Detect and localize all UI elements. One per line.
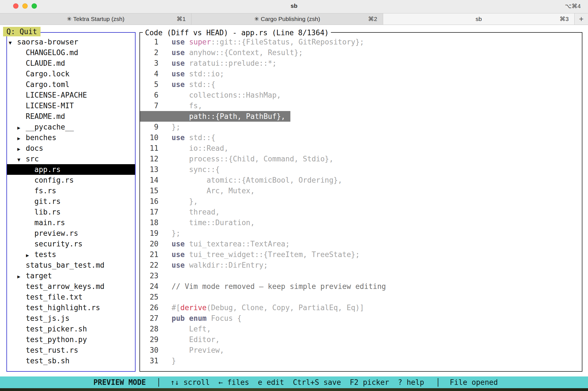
line-number: 24: [140, 281, 158, 292]
code-line: 16 },: [140, 196, 582, 207]
code-line: 2use anyhow::{Context, Result};: [140, 47, 582, 58]
tree-item-folder[interactable]: ▶target: [7, 270, 135, 281]
tree-item-file[interactable]: LICENSE-MIT: [7, 100, 135, 111]
line-number: 16: [140, 196, 158, 207]
code-line-highlighted: 8 path::{Path, PathBuf},: [140, 111, 582, 122]
tree-item-file[interactable]: CLAUDE.md: [7, 58, 135, 69]
folder-closed-icon: ▶: [17, 123, 26, 133]
tree-item-label: status_bar_test.md: [26, 261, 105, 269]
tab-shortcut: ⌘3: [559, 16, 569, 22]
tree-item-file[interactable]: Cargo.toml: [7, 79, 135, 90]
tree-item-file[interactable]: test_sb.sh: [7, 355, 135, 366]
tree-item-file[interactable]: README.md: [7, 111, 135, 122]
tree-item-file[interactable]: security.rs: [7, 239, 135, 249]
desktop-wallpaper-strip: [0, 388, 588, 391]
tree-item-file[interactable]: test_rust.rs: [7, 345, 135, 355]
tree-item-label: app.rs: [34, 165, 61, 174]
tree-item-file[interactable]: test_arrow_keys.md: [7, 281, 135, 292]
tree-item-label: CHANGELOG.md: [26, 48, 78, 57]
editor-panel[interactable]: Code (Diff vs HEAD) - app.rs (Line 8/136…: [139, 32, 582, 372]
tree-item-label: benches: [26, 133, 56, 142]
code-text: },: [172, 197, 198, 206]
tree-item-label: lib.rs: [34, 208, 61, 216]
tab-2[interactable]: ✳ Cargo Publishing (zsh)⌘2: [191, 13, 383, 25]
tree-item-folder[interactable]: ▶docs: [7, 143, 135, 154]
code-text: use std::{: [172, 80, 215, 89]
file-tree-panel[interactable]: ▼saorsa-browserCHANGELOG.mdCLAUDE.mdCarg…: [6, 32, 136, 372]
tab-1[interactable]: ✳ Tektra Startup (zsh)⌘1: [0, 13, 191, 25]
editor-title: Code (Diff vs HEAD) - app.rs (Line 8/136…: [143, 28, 331, 37]
tree-item-label: LICENSE-APACHE: [26, 91, 87, 99]
code-line: 27pub enum Focus {: [140, 313, 582, 324]
tab-shortcut: ⌘1: [177, 16, 186, 22]
tree-item-file[interactable]: CHANGELOG.md: [7, 47, 135, 58]
new-tab-button[interactable]: +: [575, 13, 588, 25]
code-line: 29 Editor,: [140, 334, 582, 345]
tab-label: ✳ Cargo Publishing (zsh): [254, 16, 320, 22]
code-line: 13 sync::{: [140, 164, 582, 175]
code-line: 28 Left,: [140, 324, 582, 334]
tree-item-file[interactable]: preview.rs: [7, 228, 135, 239]
window-title: sb: [0, 3, 588, 9]
tree-item-folder[interactable]: ▼src: [7, 154, 135, 164]
tree-item-folder[interactable]: ▼saorsa-browser: [7, 37, 135, 47]
tree-item-label: test_js.js: [26, 314, 70, 322]
code-text: use ratatui::prelude::*;: [172, 59, 277, 67]
tree-item-file[interactable]: test_js.js: [7, 313, 135, 324]
window-shortcut-badge: ⌥⌘4: [565, 3, 581, 10]
code-line: 22use walkdir::DirEntry;: [140, 260, 582, 270]
tree-item-folder[interactable]: ▶benches: [7, 132, 135, 143]
line-number: 19: [140, 228, 158, 239]
folder-open-icon: ▼: [9, 37, 17, 48]
code-text: Editor,: [172, 335, 220, 344]
code-line: 23: [140, 270, 582, 281]
tree-item-file[interactable]: test_highlight.rs: [7, 302, 135, 313]
status-bar: PREVIEW MODE │ ↑↓ scroll ← files e edit …: [0, 376, 588, 388]
tree-item-label: fs.rs: [34, 187, 56, 195]
code-text: Arc, Mutex,: [172, 187, 255, 195]
status-separator: │: [424, 378, 440, 387]
tree-item-file[interactable]: status_bar_test.md: [7, 260, 135, 270]
tree-item-file[interactable]: main.rs: [7, 217, 135, 228]
line-number: 11: [140, 143, 158, 154]
tree-item-file[interactable]: config.rs: [7, 175, 135, 185]
tree-item-label: __pycache__: [26, 123, 74, 131]
code-text: fs,: [172, 102, 202, 110]
tab-bar: ✳ Tektra Startup (zsh)⌘1✳ Cargo Publishi…: [0, 13, 588, 25]
code-line: 30 Preview,: [140, 345, 582, 355]
tree-item-label: preview.rs: [34, 229, 78, 237]
tree-item-file[interactable]: fs.rs: [7, 185, 135, 196]
line-number: 27: [140, 313, 158, 324]
tree-item-label: test_file.txt: [26, 293, 83, 301]
line-number: 23: [140, 270, 158, 281]
code-text: sync::{: [172, 165, 220, 174]
tree-item-label: config.rs: [34, 176, 74, 184]
tree-item-file[interactable]: LICENSE-APACHE: [7, 90, 135, 100]
tree-item-file[interactable]: git.rs: [7, 196, 135, 207]
tab-3[interactable]: sb⌘3: [383, 13, 575, 25]
code-text: io::Read,: [172, 144, 229, 152]
tree-item-label: test_sb.sh: [26, 357, 70, 365]
terminal-screen[interactable]: Q: Quit ▼saorsa-browserCHANGELOG.mdCLAUD…: [0, 25, 588, 391]
tree-item-file[interactable]: Cargo.lock: [7, 69, 135, 79]
tree-item-label: main.rs: [34, 218, 65, 227]
code-line: 24// Vim mode removed — keep simple prev…: [140, 281, 582, 292]
tree-item-file[interactable]: test_file.txt: [7, 292, 135, 302]
tree-item-label: docs: [26, 144, 43, 152]
code-line: 9};: [140, 122, 582, 132]
quit-hint: Q: Quit: [3, 27, 41, 36]
tree-item-file[interactable]: app.rs: [7, 164, 135, 175]
code-line: 3use ratatui::prelude::*;: [140, 58, 582, 69]
code-line: 15 Arc, Mutex,: [140, 185, 582, 196]
tree-item-label: src: [26, 155, 39, 163]
code-text: use std::io;: [172, 70, 224, 78]
tree-item-label: tests: [34, 250, 56, 259]
tree-item-label: saorsa-browser: [17, 38, 78, 46]
tree-item-folder[interactable]: ▶__pycache__: [7, 122, 135, 132]
tree-item-file[interactable]: lib.rs: [7, 207, 135, 217]
tree-item-file[interactable]: test_python.py: [7, 334, 135, 345]
code-text: };: [172, 123, 180, 131]
code-text: }: [172, 357, 176, 365]
tree-item-file[interactable]: test_picker.sh: [7, 324, 135, 334]
tree-item-folder[interactable]: ▶tests: [7, 249, 135, 260]
